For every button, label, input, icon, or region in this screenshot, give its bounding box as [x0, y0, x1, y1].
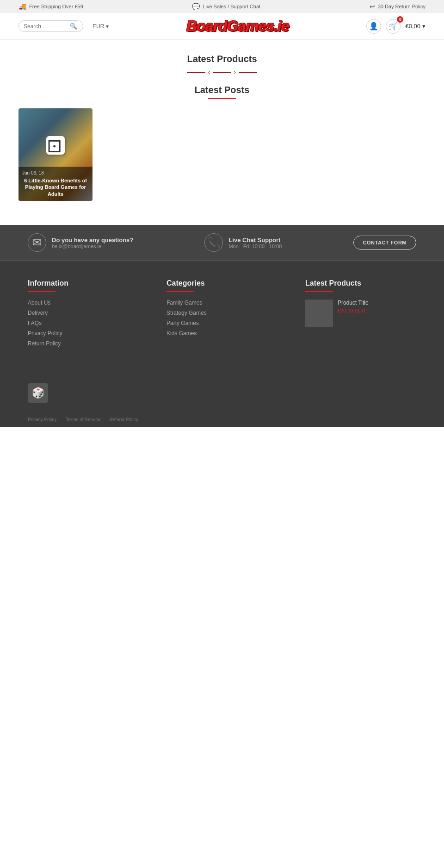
footer-categories-underline	[166, 291, 194, 292]
latest-posts-section: Latest Posts Jun 06, 18 6 Little-Known B…	[18, 85, 426, 201]
footer-product-info: Product Title €20,00 EUR	[338, 300, 369, 313]
footer-link-strategy-games[interactable]: Strategy Games	[166, 310, 278, 316]
footer-link-about[interactable]: About Us	[28, 300, 139, 306]
phone-icon: 📞	[204, 233, 223, 252]
footer-link-delivery[interactable]: Delivery	[28, 310, 139, 316]
latest-products-nav: ‹ ›	[18, 69, 426, 75]
footer-email-text: Do you have any questions? hello@boardga…	[52, 237, 133, 249]
shipping-info: 🚚 Free Shipping Over €59	[18, 3, 83, 10]
currency-label: EUR	[92, 23, 104, 30]
footer-latest-products-col: Latest Products Product Title €20,00 EUR	[305, 279, 416, 350]
footer-product-title: Product Title	[338, 300, 369, 306]
user-account-button[interactable]: 👤	[366, 19, 381, 34]
footer-refund-link[interactable]: Refund Policy	[110, 417, 138, 422]
footer-chat-label: Live Chat Support	[228, 237, 282, 244]
footer-privacy-link[interactable]: Privacy Policy	[28, 417, 56, 422]
footer-product-thumb	[305, 300, 333, 327]
footer-information-underline	[28, 291, 56, 292]
footer-link-party-games[interactable]: Party Games	[166, 320, 278, 326]
footer-chat-hours: Mon - Fri: 10:00 - 18:00	[228, 244, 282, 249]
latest-posts-title: Latest Posts	[18, 85, 426, 95]
chat-info: 💬 Live Sales / Support Chat	[192, 3, 260, 10]
cart-wrapper[interactable]: 🛒 0	[386, 19, 401, 34]
footer-logo-icon: 🎲	[28, 383, 48, 403]
header-left: 🔍 EUR ▾	[18, 20, 109, 32]
contact-form-button[interactable]: CONTACT FORM	[353, 236, 416, 250]
middle-line	[213, 72, 231, 73]
header: 🔍 EUR ▾ BoardGames.ie 👤 🛒 0 €0,00 ▾	[0, 13, 444, 40]
footer-contact-bar: ✉ Do you have any questions? hello@board…	[0, 225, 444, 260]
chat-text: Live Sales / Support Chat	[203, 4, 260, 9]
footer-very-bottom: Privacy Policy Terms of Service Refund P…	[0, 412, 444, 427]
cart-count-badge: 0	[397, 16, 403, 23]
footer-product-price: €20,00 EUR	[338, 308, 369, 313]
footer-email-contact: ✉ Do you have any questions? hello@board…	[28, 233, 133, 252]
top-bar: 🚚 Free Shipping Over €59 💬 Live Sales / …	[0, 0, 444, 13]
footer-categories-title: Categories	[166, 279, 278, 287]
main-content: Latest Products ‹ › Latest Posts Jun 06,…	[0, 40, 444, 225]
footer-chat-text: Live Chat Support Mon - Fri: 10:00 - 18:…	[228, 237, 282, 249]
blog-post-overlay: Jun 06, 18 6 Little-Known Benefits of Pl…	[18, 167, 92, 201]
blog-post-title: 6 Little-Known Benefits of Playing Board…	[22, 177, 89, 197]
blog-post-card[interactable]: Jun 06, 18 6 Little-Known Benefits of Pl…	[18, 108, 92, 201]
footer-email-address: hello@boardgames.ie	[52, 244, 133, 249]
footer: ✉ Do you have any questions? hello@board…	[0, 225, 444, 427]
returns-icon: ↩	[370, 3, 375, 10]
footer-link-family-games[interactable]: Family Games	[166, 300, 278, 306]
footer-latest-products-title: Latest Products	[305, 279, 416, 287]
footer-link-faqs[interactable]: FAQs	[28, 320, 139, 326]
footer-terms-link[interactable]: Terms of Service	[66, 417, 100, 422]
search-button[interactable]: 🔍	[70, 23, 77, 30]
footer-columns: Information About Us Delivery FAQs Priva…	[0, 261, 444, 364]
latest-products-title: Latest Products	[18, 54, 426, 64]
currency-selector[interactable]: EUR ▾	[92, 23, 109, 30]
footer-bottom: 🎲	[0, 364, 444, 412]
next-arrow[interactable]: ›	[234, 69, 236, 75]
truck-icon: 🚚	[18, 3, 26, 10]
prev-arrow[interactable]: ‹	[208, 69, 210, 75]
returns-text: 30 Day Return Policy	[378, 4, 426, 9]
chat-icon: 💬	[192, 3, 200, 10]
cart-total-arrow: ▾	[422, 23, 426, 30]
footer-information-col: Information About Us Delivery FAQs Priva…	[28, 279, 139, 350]
footer-latest-products-underline	[305, 291, 333, 292]
latest-products-section: Latest Products ‹ ›	[18, 54, 426, 75]
cart-total-display[interactable]: €0,00 ▾	[405, 23, 426, 30]
footer-information-title: Information	[28, 279, 139, 287]
right-line	[239, 72, 257, 73]
latest-posts-underline	[208, 98, 236, 99]
footer-email-label: Do you have any questions?	[52, 237, 133, 244]
footer-link-return[interactable]: Return Policy	[28, 340, 139, 347]
search-box[interactable]: 🔍	[18, 20, 83, 32]
search-input[interactable]	[24, 23, 70, 30]
blog-post-date: Jun 06, 18	[22, 170, 89, 175]
footer-product-item[interactable]: Product Title €20,00 EUR	[305, 300, 416, 327]
currency-arrow: ▾	[106, 23, 109, 30]
site-logo[interactable]: BoardGames.ie	[186, 18, 289, 35]
left-line	[187, 72, 205, 73]
footer-link-kids-games[interactable]: Kids Games	[166, 330, 278, 337]
cart-total-amount: €0,00	[405, 23, 420, 30]
returns-info: ↩ 30 Day Return Policy	[370, 3, 426, 10]
header-right: 👤 🛒 0 €0,00 ▾	[366, 19, 426, 34]
footer-chat-contact: 📞 Live Chat Support Mon - Fri: 10:00 - 1…	[204, 233, 282, 252]
email-icon: ✉	[28, 233, 46, 252]
shipping-text: Free Shipping Over €59	[29, 4, 83, 9]
footer-link-privacy[interactable]: Privacy Policy	[28, 330, 139, 337]
footer-categories-col: Categories Family Games Strategy Games P…	[166, 279, 278, 350]
